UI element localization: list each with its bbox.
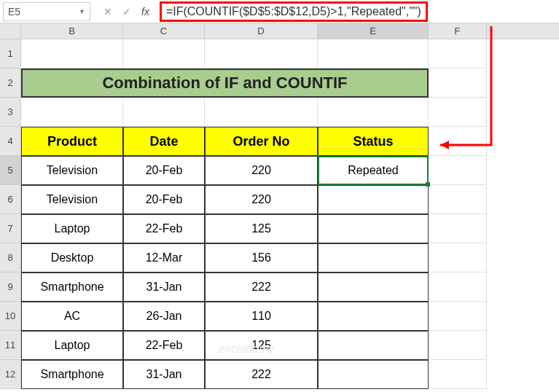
cell-product[interactable]: Laptop [21, 331, 123, 360]
cell[interactable] [205, 39, 318, 68]
cell[interactable] [429, 302, 487, 331]
name-box[interactable]: E5 ▼ [3, 2, 90, 21]
watermark: exceldemy [219, 342, 274, 356]
row-header[interactable]: 7 [0, 214, 21, 243]
name-box-text: E5 [8, 6, 20, 17]
table-header-product[interactable]: Product [21, 127, 123, 156]
row-header[interactable]: 11 [0, 331, 21, 360]
cell-product[interactable]: Smartphone [21, 273, 123, 302]
sheet: 1 2 3 4 5 6 7 8 9 10 11 12 Combination o… [0, 39, 559, 389]
formula-input-wrap: =IF(COUNTIF($D$5:$D$12,D5)>1,"Repeated",… [160, 1, 559, 22]
row-header[interactable]: 4 [0, 127, 21, 156]
cell-product[interactable]: Laptop [21, 214, 123, 243]
cell[interactable] [318, 98, 429, 127]
cell[interactable] [123, 98, 205, 127]
cell-orderno[interactable]: 125 [205, 214, 318, 243]
cell-product[interactable]: AC [21, 302, 123, 331]
svg-marker-0 [440, 141, 449, 149]
row-header[interactable]: 10 [0, 302, 21, 331]
cell[interactable] [429, 273, 487, 302]
col-header[interactable]: D [205, 23, 318, 39]
cancel-icon[interactable]: ✕ [103, 6, 112, 17]
cell-status[interactable] [318, 302, 429, 331]
cell-status-selected[interactable]: Repeated [318, 156, 429, 185]
row-header[interactable]: 9 [0, 273, 21, 302]
cell-orderno[interactable]: 222 [205, 360, 318, 389]
cell-status[interactable] [318, 360, 429, 389]
row-header[interactable]: 3 [0, 98, 21, 127]
formula-input[interactable]: =IF(COUNTIF($D$5:$D$12,D5)>1,"Repeated",… [160, 1, 428, 22]
cell[interactable] [21, 98, 123, 127]
cell-orderno[interactable]: 156 [205, 243, 318, 273]
cell-status[interactable] [318, 243, 429, 273]
cell-status[interactable] [318, 214, 429, 243]
cell-date[interactable]: 22-Feb [123, 331, 205, 360]
cell-date[interactable]: 31-Jan [123, 360, 205, 389]
cell[interactable] [205, 98, 318, 127]
row-header[interactable]: 12 [0, 360, 21, 389]
cell[interactable] [429, 243, 487, 273]
cell-product[interactable]: Smartphone [21, 360, 123, 389]
arrow-icon [426, 17, 499, 163]
row-header[interactable]: 5 [0, 156, 21, 185]
table-header-status[interactable]: Status [318, 127, 429, 156]
row-headers: 1 2 3 4 5 6 7 8 9 10 11 12 [0, 39, 21, 389]
cell-status[interactable] [318, 331, 429, 360]
cell-orderno[interactable]: 220 [205, 156, 318, 185]
cell-date[interactable]: 20-Feb [123, 156, 205, 185]
page-title[interactable]: Combination of IF and COUNTIF [21, 68, 429, 98]
table-header-date[interactable]: Date [123, 127, 205, 156]
table-header-orderno[interactable]: Order No [205, 127, 318, 156]
cell-product[interactable]: Television [21, 156, 123, 185]
cell-date[interactable]: 12-Mar [123, 243, 205, 273]
check-icon[interactable]: ✓ [122, 6, 131, 17]
cell-date[interactable]: 22-Feb [123, 214, 205, 243]
cell-date[interactable]: 31-Jan [123, 273, 205, 302]
col-header[interactable]: E [318, 23, 429, 39]
cell-product[interactable]: Television [21, 185, 123, 214]
cell[interactable] [429, 185, 487, 214]
cell[interactable] [21, 39, 123, 68]
fx-icon[interactable]: fx [141, 6, 149, 17]
cell-date[interactable]: 26-Jan [123, 302, 205, 331]
row-header[interactable]: 8 [0, 243, 21, 273]
cell[interactable] [318, 39, 429, 68]
grid: Combination of IF and COUNTIF Product Da… [21, 39, 559, 389]
col-header[interactable]: C [123, 23, 205, 39]
formula-bar-buttons: ✕ ✓ [103, 6, 131, 17]
cell[interactable] [429, 331, 487, 360]
row-header[interactable]: 1 [0, 39, 21, 68]
cell-orderno[interactable]: 110 [205, 302, 318, 331]
col-header[interactable]: B [21, 23, 123, 39]
cell[interactable] [429, 214, 487, 243]
chevron-down-icon[interactable]: ▼ [79, 8, 85, 15]
cell[interactable] [429, 360, 487, 389]
cell-orderno[interactable]: 220 [205, 185, 318, 214]
select-all-cell[interactable] [0, 23, 21, 39]
cell-status[interactable] [318, 185, 429, 214]
cell-product[interactable]: Desktop [21, 243, 123, 273]
cell-orderno[interactable]: 222 [205, 273, 318, 302]
row-header[interactable]: 6 [0, 185, 21, 214]
cell[interactable] [123, 39, 205, 68]
cell-status[interactable] [318, 273, 429, 302]
cell-date[interactable]: 20-Feb [123, 185, 205, 214]
row-header[interactable]: 2 [0, 68, 21, 98]
